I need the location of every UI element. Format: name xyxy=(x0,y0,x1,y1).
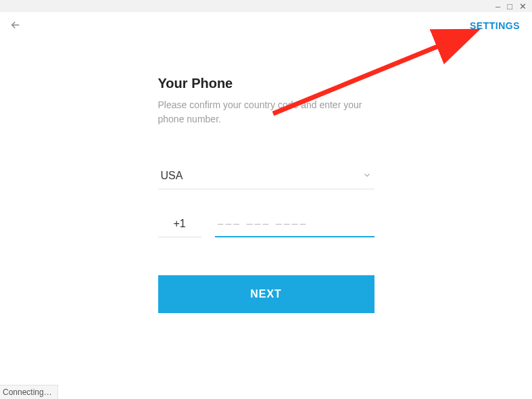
window-titlebar: – □ ✕ xyxy=(0,0,532,12)
close-button[interactable]: ✕ xyxy=(519,2,527,11)
status-bar: Connecting… xyxy=(0,385,58,399)
country-code-input[interactable] xyxy=(158,214,201,237)
maximize-button[interactable]: □ xyxy=(507,2,512,11)
country-value: USA xyxy=(161,170,183,182)
phone-number-input[interactable] xyxy=(215,214,374,237)
next-button[interactable]: NEXT xyxy=(158,275,374,313)
minimize-button[interactable]: – xyxy=(495,2,500,11)
chevron-down-icon xyxy=(362,170,372,182)
phone-form: Your Phone Please confirm your country c… xyxy=(158,76,374,313)
back-arrow-icon[interactable] xyxy=(9,19,22,33)
country-select[interactable]: USA xyxy=(158,166,374,189)
settings-link[interactable]: SETTINGS xyxy=(470,20,520,31)
page-subtitle: Please confirm your country code and ent… xyxy=(158,98,374,126)
page-title: Your Phone xyxy=(158,76,374,91)
phone-inputs xyxy=(158,214,374,237)
app-header: SETTINGS xyxy=(0,12,532,39)
